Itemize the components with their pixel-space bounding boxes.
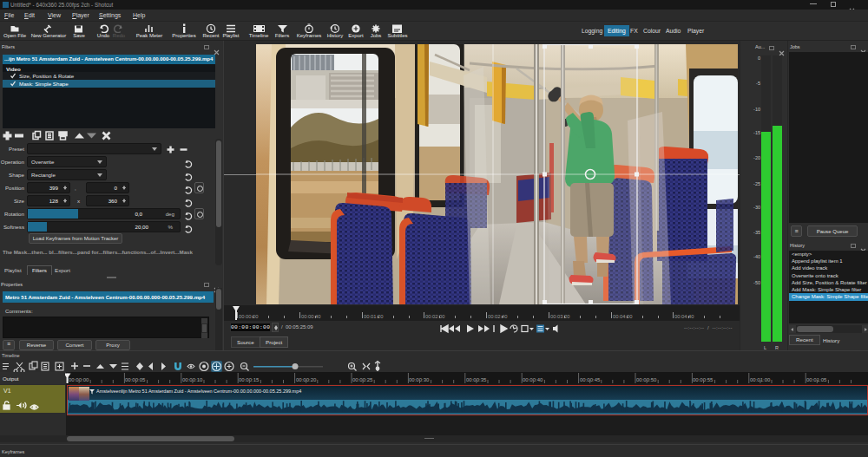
svg-text:-35: -35	[753, 230, 760, 235]
svg-text:-25: -25	[753, 181, 760, 186]
svg-text:00:02:00: 00:02:00	[425, 314, 445, 319]
svg-text:-20: -20	[753, 155, 760, 160]
svg-text:-40: -40	[753, 254, 760, 259]
svg-text:00:04:00: 00:04:00	[613, 314, 633, 319]
svg-text:00:01:20: 00:01:20	[364, 314, 384, 319]
svg-text:00:00:00: 00:00:00	[239, 314, 259, 319]
svg-text:00:03:20: 00:03:20	[550, 314, 570, 319]
svg-text:-5: -5	[756, 81, 760, 86]
svg-text:00:02:40: 00:02:40	[488, 314, 508, 319]
svg-text:-10: -10	[753, 107, 760, 112]
svg-text:-50: -50	[753, 280, 760, 285]
svg-text:00:04:40: 00:04:40	[674, 314, 694, 319]
svg-text:0: 0	[758, 55, 760, 61]
svg-text:00:00:40: 00:00:40	[301, 314, 321, 319]
svg-text:-15: -15	[753, 130, 760, 135]
svg-text:-30: -30	[753, 205, 760, 210]
